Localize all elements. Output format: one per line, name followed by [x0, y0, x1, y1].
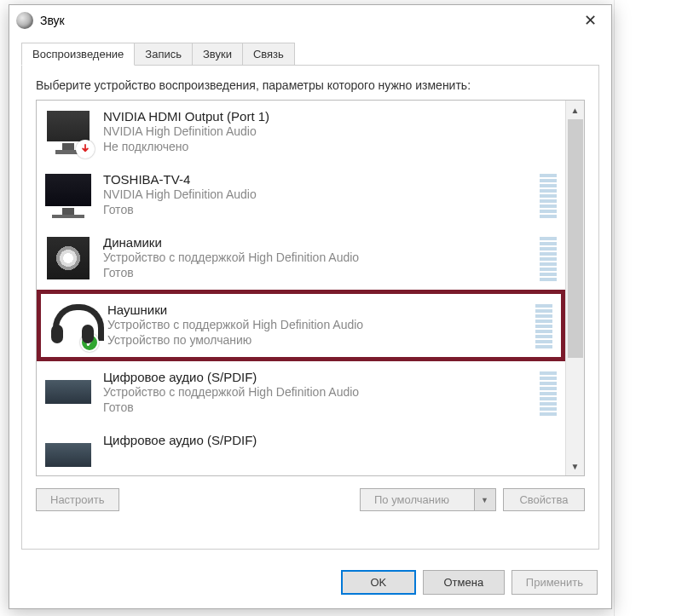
device-info: TOSHIBA-TV-4NVIDIA High Definition Audio… [103, 170, 533, 220]
device-status: Готов [103, 400, 533, 415]
close-button[interactable]: ✕ [569, 7, 611, 34]
tab-playback[interactable]: Воспроизведение [21, 43, 135, 66]
cancel-button[interactable]: Отмена [423, 570, 505, 595]
tv-icon [43, 170, 93, 220]
device-title: NVIDIA HDMI Output (Port 1) [103, 109, 533, 124]
sound-dialog: Звук ✕ Воспроизведение Запись Звуки Связ… [9, 4, 612, 609]
device-listbox[interactable]: NVIDIA HDMI Output (Port 1)NVIDIA High D… [36, 100, 585, 476]
device-info: НаушникиУстройство с поддержкой High Def… [107, 301, 529, 350]
device-subtitle: Устройство с поддержкой High Definition … [103, 384, 533, 400]
device-title: Динамики [103, 235, 533, 250]
tab-recording[interactable]: Запись [134, 43, 193, 65]
device-info: NVIDIA HDMI Output (Port 1)NVIDIA High D… [103, 107, 533, 157]
properties-button[interactable]: Свойства [503, 488, 585, 511]
device-item[interactable]: ✓НаушникиУстройство с поддержкой High De… [37, 290, 565, 361]
spdif-icon [43, 368, 93, 417]
scroll-down-icon[interactable]: ▼ [566, 457, 584, 475]
tab-body: Выберите устройство воспроизведения, пар… [21, 66, 599, 550]
monitor-icon [43, 107, 93, 157]
window-title: Звук [40, 14, 569, 27]
device-subtitle: NVIDIA High Definition Audio [103, 124, 533, 139]
scroll-up-icon[interactable]: ▲ [566, 101, 584, 119]
configure-button[interactable]: Настроить [36, 488, 119, 511]
instructions: Выберите устройство воспроизведения, пар… [36, 78, 585, 93]
device-title: Цифровое аудио (S/PDIF) [103, 370, 533, 384]
level-meter [540, 174, 557, 218]
device-item[interactable]: TOSHIBA-TV-4NVIDIA High Definition Audio… [37, 164, 565, 227]
chevron-down-icon: ▼ [481, 496, 488, 504]
set-default-label: По умолчанию [374, 493, 449, 506]
device-subtitle: Устройство с поддержкой High Definition … [107, 317, 529, 332]
disconnected-badge-icon [76, 140, 95, 158]
level-meter [540, 371, 557, 416]
device-info: Цифровое аудио (S/PDIF)Устройство с подд… [103, 368, 533, 417]
tab-sounds[interactable]: Звуки [192, 43, 243, 65]
level-meter [535, 304, 552, 348]
set-default-button[interactable]: По умолчанию ▼ [360, 488, 496, 511]
device-status: Готов [103, 265, 533, 280]
titlebar[interactable]: Звук ✕ [9, 5, 611, 36]
level-meter [540, 237, 557, 281]
device-subtitle: NVIDIA High Definition Audio [103, 187, 533, 202]
device-title: TOSHIBA-TV-4 [103, 172, 533, 187]
close-icon: ✕ [584, 11, 597, 30]
device-status: Устройство по умолчанию [107, 332, 529, 348]
speaker-icon [43, 233, 93, 283]
device-info: ДинамикиУстройство с поддержкой High Def… [103, 233, 533, 283]
device-item[interactable]: ДинамикиУстройство с поддержкой High Def… [37, 227, 565, 290]
device-subtitle: Устройство с поддержкой High Definition … [103, 250, 533, 265]
default-badge-icon: ✓ [80, 333, 99, 352]
sound-icon [16, 12, 33, 29]
tab-communications[interactable]: Связь [242, 43, 295, 65]
device-info: Цифровое аудио (S/PDIF) [103, 431, 533, 475]
tabs: Воспроизведение Запись Звуки Связь [21, 43, 599, 66]
headphones-icon: ✓ [48, 301, 97, 350]
device-status: Не подключено [103, 139, 533, 154]
device-title: Наушники [107, 302, 529, 317]
device-title: Цифровое аудио (S/PDIF) [103, 433, 533, 447]
scrollbar[interactable]: ▲ ▼ [565, 101, 584, 475]
spdif-icon [43, 431, 93, 475]
ok-button[interactable]: OK [341, 570, 416, 595]
apply-button[interactable]: Применить [512, 570, 598, 595]
device-item[interactable]: Цифровое аудио (S/PDIF)Устройство с подд… [37, 361, 565, 424]
background-page: УШН ШН ь Уче е вари Нрави дите т Фото От… [614, 0, 682, 616]
device-item[interactable]: NVIDIA HDMI Output (Port 1)NVIDIA High D… [37, 101, 565, 164]
device-status: Готов [103, 202, 533, 217]
scroll-thumb[interactable] [568, 119, 583, 358]
device-item[interactable]: Цифровое аудио (S/PDIF) [37, 424, 565, 475]
